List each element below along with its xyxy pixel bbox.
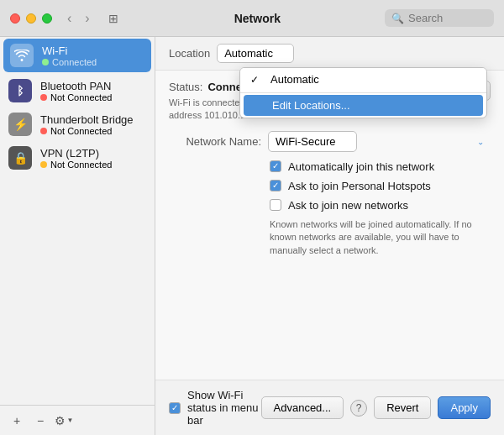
sidebar-toolbar: + − ⚙ ▼ xyxy=(0,405,155,435)
dropdown-item-edit-locations[interactable]: Edit Locations... xyxy=(244,95,483,116)
search-input[interactable] xyxy=(408,12,484,24)
sidebar-item-vpn[interactable]: 🔒 VPN (L2TP) Not Connected xyxy=(0,141,155,175)
remove-network-button[interactable]: − xyxy=(30,411,50,431)
thunderbolt-item-name: Thunderbolt Bridge xyxy=(40,113,134,126)
status-label: Status: xyxy=(169,81,202,93)
chevron-down-icon: ▼ xyxy=(67,417,74,424)
network-name-wrapper: WiFi-Secure xyxy=(268,131,491,152)
window-title: Network xyxy=(130,12,385,25)
show-wifi-checkmark: ✓ xyxy=(171,404,178,412)
personal-hotspot-checkmark: ✓ xyxy=(272,181,279,190)
auto-join-row: ✓ Automatically join this network xyxy=(270,160,491,173)
search-icon: 🔍 xyxy=(391,13,404,24)
traffic-lights xyxy=(10,13,52,24)
networks-sublabel: Known networks will be joined automatica… xyxy=(270,218,491,257)
personal-hotspot-row: ✓ Ask to join Personal Hotspots xyxy=(270,180,491,192)
bluetooth-status-text: Not Connected xyxy=(50,92,112,102)
gear-icon: ⚙ xyxy=(55,414,66,427)
vpn-icon: 🔒 xyxy=(8,146,32,170)
wifi-item-status: Connected xyxy=(42,57,97,67)
location-label: Location xyxy=(169,47,210,60)
back-button[interactable]: ‹ xyxy=(62,9,76,28)
network-name-select[interactable]: WiFi-Secure xyxy=(268,131,357,152)
vpn-status-dot xyxy=(40,161,47,168)
checkmark-icon: ✓ xyxy=(250,74,264,86)
sidebar: Wi-Fi Connected ᛒ Bluetooth PAN Not Con xyxy=(0,37,155,435)
vpn-item-name: VPN (L2TP) xyxy=(40,147,112,160)
bluetooth-icon: ᛒ xyxy=(8,79,32,102)
personal-hotspot-checkbox[interactable]: ✓ xyxy=(270,180,281,191)
maximize-button[interactable] xyxy=(42,13,52,24)
wifi-status-text: Connected xyxy=(52,57,97,67)
gear-button[interactable]: ⚙ ▼ xyxy=(54,411,74,431)
personal-hotspot-label: Ask to join Personal Hotspots xyxy=(288,180,431,192)
vpn-status-text: Not Connected xyxy=(50,160,112,170)
minimize-button[interactable] xyxy=(26,13,36,24)
content-panel: Location Automatic ✓ Automatic Edit Loca… xyxy=(155,37,504,435)
show-wifi-label: Show Wi-Fi status in menu bar xyxy=(187,389,261,427)
network-name-row: Network Name: WiFi-Secure xyxy=(169,131,491,152)
grid-button[interactable]: ⊞ xyxy=(103,10,123,27)
titlebar: ‹ › ⊞ Network 🔍 xyxy=(0,0,504,37)
wifi-item-text: Wi-Fi Connected xyxy=(42,45,97,67)
sidebar-item-wifi[interactable]: Wi-Fi Connected xyxy=(3,39,151,72)
nav-buttons: ‹ › xyxy=(62,9,95,28)
thunderbolt-status-dot xyxy=(40,128,47,134)
new-networks-label: Ask to join new networks xyxy=(288,199,408,212)
close-button[interactable] xyxy=(10,13,20,24)
sidebar-item-thunderbolt[interactable]: ⚡ Thunderbolt Bridge Not Connected xyxy=(0,107,155,141)
location-bar: Location Automatic ✓ Automatic Edit Loca… xyxy=(155,37,504,71)
show-wifi-checkbox[interactable]: ✓ xyxy=(169,402,181,414)
thunderbolt-item-status: Not Connected xyxy=(40,126,134,136)
location-dropdown[interactable]: Automatic xyxy=(217,44,294,63)
bluetooth-item-text: Bluetooth PAN Not Connected xyxy=(40,80,112,102)
new-networks-row: Ask to join new networks xyxy=(270,199,491,212)
dropdown-edit-locations-label: Edit Locations... xyxy=(272,99,350,112)
search-box[interactable]: 🔍 xyxy=(385,9,494,27)
thunderbolt-icon: ⚡ xyxy=(8,113,32,136)
location-dropdown-overlay: ✓ Automatic Edit Locations... xyxy=(239,67,487,118)
advanced-button[interactable]: Advanced... xyxy=(261,396,344,419)
bottom-right: Advanced... ? Revert Apply xyxy=(261,396,491,419)
help-button[interactable]: ? xyxy=(350,400,367,417)
auto-join-checkmark: ✓ xyxy=(272,162,279,170)
sidebar-items: Wi-Fi Connected ᛒ Bluetooth PAN Not Con xyxy=(0,37,155,405)
thunderbolt-status-text: Not Connected xyxy=(50,126,112,136)
thunderbolt-item-text: Thunderbolt Bridge Not Connected xyxy=(40,113,134,136)
new-networks-checkbox[interactable] xyxy=(270,199,281,211)
network-name-label: Network Name: xyxy=(169,135,261,148)
main-area: Wi-Fi Connected ᛒ Bluetooth PAN Not Con xyxy=(0,37,504,435)
bluetooth-status-dot xyxy=(40,94,47,101)
wifi-icon xyxy=(10,44,34,67)
add-network-button[interactable]: + xyxy=(7,411,27,431)
bottom-left: ✓ Show Wi-Fi status in menu bar xyxy=(169,389,261,427)
dropdown-item-automatic[interactable]: ✓ Automatic xyxy=(240,68,486,91)
apply-button[interactable]: Apply xyxy=(438,396,491,419)
wifi-status-dot xyxy=(42,59,49,66)
content-bottom: ✓ Show Wi-Fi status in menu bar Advanced… xyxy=(155,380,504,435)
forward-button[interactable]: › xyxy=(80,9,94,28)
bluetooth-item-status: Not Connected xyxy=(40,92,112,102)
dropdown-automatic-label: Automatic xyxy=(270,73,319,86)
auto-join-label: Automatically join this network xyxy=(288,160,434,173)
bluetooth-item-name: Bluetooth PAN xyxy=(40,80,112,92)
vpn-item-text: VPN (L2TP) Not Connected xyxy=(40,147,112,170)
vpn-item-status: Not Connected xyxy=(40,160,112,170)
sidebar-item-bluetooth[interactable]: ᛒ Bluetooth PAN Not Connected xyxy=(0,74,155,107)
auto-join-checkbox[interactable]: ✓ xyxy=(270,160,281,172)
revert-button[interactable]: Revert xyxy=(374,396,431,419)
wifi-item-name: Wi-Fi xyxy=(42,45,97,57)
